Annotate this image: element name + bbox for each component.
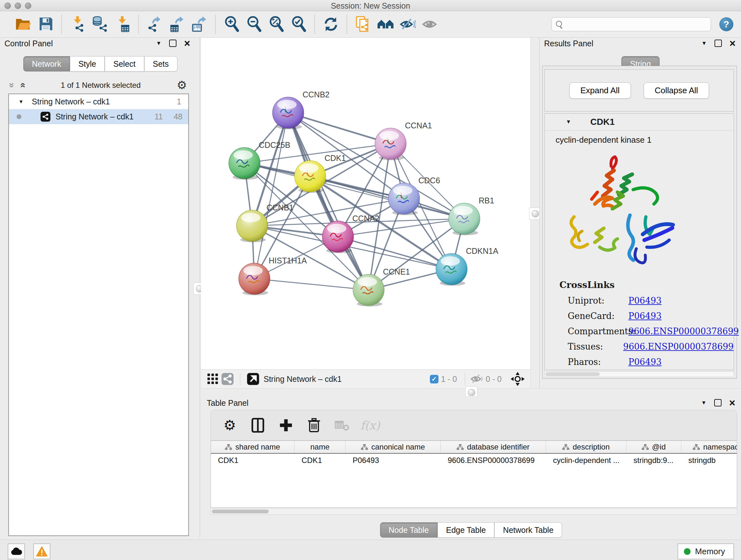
save-session-icon[interactable] — [37, 15, 55, 33]
import-table-icon[interactable] — [114, 15, 131, 33]
column-header-canonical-name[interactable]: canonical name — [346, 441, 441, 453]
node-CCNE1[interactable] — [353, 274, 384, 307]
houses-icon[interactable] — [377, 15, 394, 33]
hidden-items-eye-icon[interactable] — [470, 374, 483, 384]
network-view[interactable]: CCNB2CCNA1CDC25BCDC6RB1CCNB1CCNA2CDKN1AH… — [201, 38, 530, 369]
node-RB1[interactable] — [449, 203, 480, 235]
node-label-CDK1: CDK1 — [325, 153, 346, 163]
node-HIST1H1A[interactable] — [239, 263, 270, 295]
gear-icon[interactable]: ⚙ — [220, 416, 239, 435]
grid-view-icon[interactable] — [205, 372, 220, 386]
crosslink-link[interactable]: P06493 — [628, 357, 662, 367]
warnings-button[interactable] — [33, 543, 51, 559]
export-table-icon[interactable] — [168, 15, 186, 33]
results-panel-close-icon[interactable]: × — [730, 40, 736, 47]
zoom-in-icon[interactable] — [223, 15, 241, 33]
tab-edge-table[interactable]: Edge Table — [437, 522, 495, 538]
plus-icon[interactable] — [277, 416, 295, 435]
column-header-@id[interactable]: @id — [626, 441, 681, 453]
crosslink-row: Compartments: 9606.ENSP00000378699 — [545, 326, 734, 336]
zoom-selected-icon[interactable] — [290, 15, 308, 33]
collapse-all-button[interactable]: Collapse All — [644, 82, 710, 99]
node-CDK1[interactable] — [294, 161, 326, 193]
memory-button[interactable]: Memory — [677, 543, 734, 559]
node-CCNA2[interactable] — [322, 221, 354, 253]
network-tree: ▼ String Network – cdk1 1 String Network… — [8, 94, 189, 536]
crosslink-label: GeneCard: — [568, 311, 628, 321]
trash-icon[interactable] — [305, 416, 323, 435]
import-network-icon[interactable] — [69, 15, 87, 33]
expand-all-networks-icon[interactable]: » — [17, 83, 27, 88]
column-header-description[interactable]: description — [546, 441, 626, 453]
gene-section-header[interactable]: ▼ CDK1 — [545, 114, 734, 131]
table-cell[interactable]: 9606.ENSP00000378699 — [441, 454, 546, 467]
edge-CCNB2-HIST1H1A[interactable] — [254, 113, 288, 279]
tab-network[interactable]: Network — [23, 56, 70, 71]
open-session-icon[interactable] — [14, 15, 32, 33]
birdseye-view-icon[interactable] — [246, 372, 260, 386]
results-panel-float-icon[interactable] — [715, 40, 722, 47]
column-header-shared-name[interactable]: shared name — [211, 441, 294, 453]
column-header-name[interactable]: name — [294, 441, 346, 453]
export-image-icon[interactable] — [191, 15, 208, 33]
toolbar-separator — [138, 15, 139, 34]
collection-expander-icon[interactable]: ▼ — [18, 99, 23, 105]
toolbar-separator — [347, 15, 347, 34]
automation-cloud-button[interactable] — [8, 543, 25, 559]
collapse-all-networks-icon[interactable]: » — [7, 83, 17, 88]
collection-label: String Network – cdk1 — [32, 97, 110, 106]
duplicate-network-icon[interactable] — [354, 15, 372, 33]
results-horizontal-scrollbar[interactable] — [544, 371, 734, 377]
node-CDKN1A[interactable] — [436, 253, 467, 286]
node-CDC6[interactable] — [388, 183, 420, 215]
tab-node-table[interactable]: Node Table — [380, 522, 437, 538]
table-cell[interactable]: P06493 — [346, 454, 441, 467]
column-header-namespace[interactable]: namespace — [681, 441, 737, 453]
help-button[interactable]: ? — [719, 17, 733, 31]
expand-all-button[interactable]: Expand All — [569, 82, 631, 99]
refresh-icon[interactable] — [322, 15, 340, 33]
crosslink-link[interactable]: 9606.ENSP00000378699 — [628, 326, 739, 336]
fit-content-crosshair-icon[interactable] — [509, 371, 526, 387]
column-header-database-identifier[interactable]: database identifier — [441, 441, 546, 453]
node-CCNA1[interactable] — [375, 128, 406, 160]
search-input[interactable] — [551, 17, 711, 31]
show-items-icon[interactable] — [421, 15, 439, 33]
control-panel-float-icon[interactable] — [169, 40, 177, 47]
table-cell[interactable]: cyclin-dependent ... — [546, 454, 626, 467]
network-row-selected[interactable]: String Network – cdk1 11 48 — [9, 109, 188, 124]
network-edge-count: 48 — [174, 112, 183, 121]
table-panel-menu-icon[interactable]: ▼ — [701, 400, 706, 406]
table-cell[interactable]: CDK1 — [211, 454, 294, 467]
crosslink-link[interactable]: P06493 — [628, 311, 662, 321]
table-horizontal-scrollbar[interactable] — [211, 508, 737, 515]
crosslink-link[interactable]: P06493 — [628, 296, 662, 306]
zoom-out-icon[interactable] — [245, 15, 263, 33]
import-database-icon[interactable] — [91, 15, 109, 33]
table-cell[interactable]: stringdb — [681, 454, 737, 467]
tab-select[interactable]: Select — [105, 56, 144, 71]
tab-sets[interactable]: Sets — [144, 56, 178, 71]
crosslink-link[interactable]: 9606.ENSP00000378699 — [623, 341, 734, 352]
gene-name: CDK1 — [590, 117, 615, 127]
table-cell[interactable]: CDK1 — [294, 454, 346, 467]
results-panel-menu-icon[interactable]: ▼ — [701, 40, 707, 47]
tab-network-table[interactable]: Network Table — [494, 522, 562, 538]
export-network-icon[interactable] — [146, 15, 164, 33]
table-panel-float-icon[interactable] — [714, 399, 722, 407]
search-box — [551, 17, 711, 31]
edge-CCNB2-CCNA1[interactable] — [288, 113, 391, 144]
network-style-view-icon[interactable] — [220, 372, 235, 386]
hide-items-icon[interactable] — [399, 15, 417, 33]
network-collection-row[interactable]: ▼ String Network – cdk1 1 — [9, 94, 188, 109]
gene-expander-icon[interactable]: ▼ — [566, 119, 571, 125]
network-options-gear-icon[interactable]: ⚙ — [177, 78, 187, 92]
tab-style[interactable]: Style — [70, 56, 105, 71]
table-panel-close-icon[interactable]: × — [729, 400, 735, 406]
control-panel-close-icon[interactable]: × — [184, 40, 190, 47]
control-panel-menu-icon[interactable]: ▼ — [156, 40, 161, 47]
table-cell[interactable]: stringdb:9... — [626, 454, 681, 467]
zoom-fit-icon[interactable] — [267, 15, 285, 33]
columns-icon[interactable] — [249, 416, 267, 435]
selected-items-checkbox[interactable]: ✓ — [430, 375, 439, 383]
